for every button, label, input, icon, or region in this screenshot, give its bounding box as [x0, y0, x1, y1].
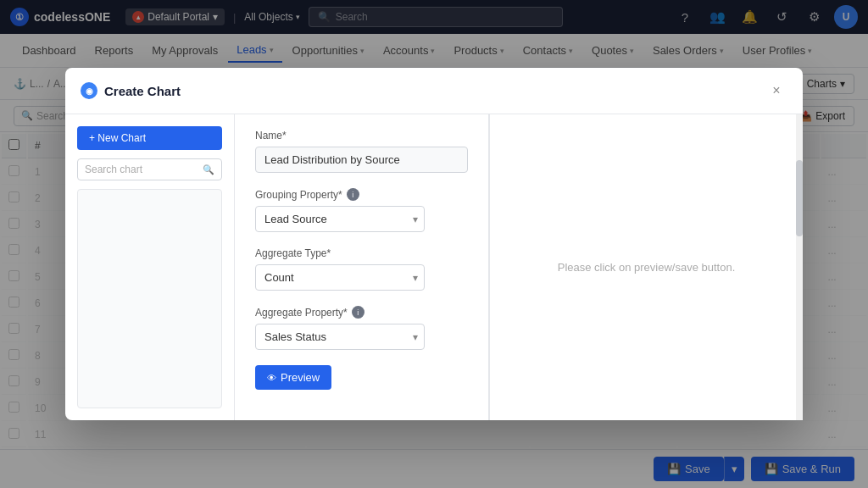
- grouping-label-text: Grouping Property*: [255, 189, 342, 201]
- name-label-text: Name*: [255, 130, 287, 141]
- chart-search-icon: 🔍: [203, 164, 214, 175]
- chart-display-area: Please click on preview/save button.: [489, 114, 803, 420]
- modal-title-text: Create Chart: [104, 84, 181, 98]
- aggregate-property-row: Aggregate Property* i Sales Status Lead …: [255, 306, 468, 350]
- grouping-property-row: Grouping Property* i Lead Source Lead St…: [255, 188, 468, 232]
- name-input[interactable]: [255, 147, 468, 173]
- preview-hint: Please click on preview/save button.: [558, 261, 736, 274]
- preview-eye-icon: 👁: [267, 373, 276, 383]
- aggregate-property-label-text: Aggregate Property*: [255, 307, 348, 319]
- chart-list-area: [77, 189, 222, 408]
- chart-title-icon: ◉: [81, 82, 97, 99]
- modal-title: ◉ Create Chart: [81, 82, 181, 99]
- name-field-row: Name*: [255, 130, 468, 173]
- chart-search-box[interactable]: 🔍: [77, 158, 222, 180]
- aggregate-type-label: Aggregate Type*: [255, 247, 468, 259]
- aggregate-property-info-icon[interactable]: i: [352, 306, 364, 319]
- aggregate-type-select-wrapper: Count Sum Average Max Min: [255, 264, 425, 291]
- left-panel: + New Chart 🔍: [65, 114, 235, 420]
- create-chart-modal: ◉ Create Chart × + New Chart 🔍: [65, 68, 803, 420]
- name-label: Name*: [255, 130, 468, 141]
- aggregate-type-label-text: Aggregate Type*: [255, 247, 331, 259]
- preview-button-row: 👁 Preview: [255, 365, 468, 390]
- scrollbar-track[interactable]: [796, 114, 803, 420]
- aggregate-property-label: Aggregate Property* i: [255, 306, 468, 319]
- form-area: Name* Grouping Property* i: [235, 114, 489, 420]
- grouping-label: Grouping Property* i: [255, 188, 468, 201]
- new-chart-label: + New Chart: [89, 132, 146, 144]
- modal-header: ◉ Create Chart ×: [65, 68, 803, 114]
- aggregate-property-select-wrapper: Sales Status Lead Source Industry Revenu…: [255, 324, 425, 350]
- grouping-info-icon[interactable]: i: [347, 188, 359, 201]
- preview-button[interactable]: 👁 Preview: [255, 365, 331, 390]
- aggregate-property-select[interactable]: Sales Status Lead Source Industry Revenu…: [255, 324, 425, 350]
- modal-body: + New Chart 🔍 Name*: [65, 114, 803, 420]
- scrollbar-thumb[interactable]: [796, 160, 803, 236]
- preview-label: Preview: [281, 371, 320, 384]
- grouping-select-wrapper: Lead Source Lead Status Industry Country: [255, 206, 425, 232]
- aggregate-type-select[interactable]: Count Sum Average Max Min: [255, 264, 425, 291]
- right-panel: Name* Grouping Property* i: [235, 114, 803, 420]
- modal-close-button[interactable]: ×: [765, 80, 787, 102]
- aggregate-type-row: Aggregate Type* Count Sum Average Max Mi…: [255, 247, 468, 291]
- new-chart-button[interactable]: + New Chart: [77, 126, 222, 150]
- chart-search-input[interactable]: [85, 164, 198, 175]
- modal-overlay[interactable]: ◉ Create Chart × + New Chart 🔍: [0, 0, 868, 488]
- grouping-select[interactable]: Lead Source Lead Status Industry Country: [255, 206, 425, 232]
